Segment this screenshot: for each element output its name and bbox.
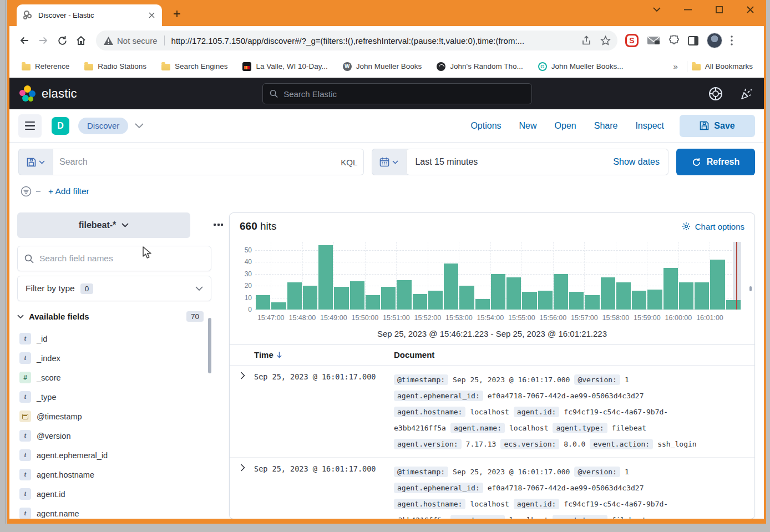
new-tab-button[interactable]: [170, 7, 184, 21]
bookmark-item[interactable]: WJohn Mueller Books: [343, 62, 422, 71]
bookmark-item[interactable]: Radio Stations: [84, 62, 146, 70]
field-name-chip[interactable]: agent.id:: [514, 499, 559, 509]
share-icon[interactable]: [581, 36, 591, 45]
histogram-bar[interactable]: [366, 295, 380, 310]
forward-icon[interactable]: [34, 31, 53, 50]
histogram-bar[interactable]: [287, 282, 302, 310]
query-language-button[interactable]: KQL: [341, 158, 357, 167]
field-name-chip[interactable]: event.action:: [590, 439, 653, 449]
reload-icon[interactable]: [53, 31, 72, 50]
expand-row-button[interactable]: [230, 372, 254, 452]
menu-hamburger-icon[interactable]: [18, 114, 42, 138]
histogram-bar[interactable]: [271, 302, 286, 310]
refresh-button[interactable]: Refresh: [676, 149, 755, 175]
histogram-bar[interactable]: [334, 287, 348, 310]
date-quick-menu-button[interactable]: [372, 149, 406, 175]
show-dates-button[interactable]: Show dates: [613, 157, 660, 167]
ellipsis-icon[interactable]: [214, 224, 223, 226]
close-window-button[interactable]: [744, 3, 756, 16]
all-bookmarks-button[interactable]: All Bookmarks: [692, 62, 753, 70]
histogram-bar[interactable]: [522, 292, 536, 310]
field-item[interactable]: tagent.ephemeral_id: [17, 445, 206, 465]
time-range-value[interactable]: Last 15 minutes: [415, 157, 478, 167]
field-name-chip[interactable]: agent.hostname:: [394, 499, 465, 509]
histogram-bar[interactable]: [318, 245, 333, 310]
maximize-button[interactable]: [713, 3, 725, 16]
field-name-chip[interactable]: @timestamp:: [394, 374, 448, 385]
url-text[interactable]: http://172.105.7.150/app/discover#/?_g=(…: [171, 36, 576, 45]
field-name-chip[interactable]: agent.ephemeral_id:: [394, 391, 483, 401]
query-search-input[interactable]: [59, 157, 336, 167]
home-icon[interactable]: [72, 31, 90, 50]
field-name-chip[interactable]: agent.name:: [450, 423, 505, 433]
filter-icon[interactable]: [21, 186, 32, 197]
nav-link-inspect[interactable]: Inspect: [635, 121, 664, 131]
chart-options-button[interactable]: Chart options: [682, 222, 744, 231]
field-name-chip[interactable]: agent.version:: [394, 439, 462, 449]
histogram-bar[interactable]: [381, 287, 396, 310]
field-name-chip[interactable]: agent.hostname:: [394, 407, 465, 417]
field-name-chip[interactable]: @timestamp:: [394, 467, 448, 477]
not-secure-warning[interactable]: Not secure: [104, 36, 158, 45]
url-bar[interactable]: Not secure http://172.105.7.150/app/disc…: [96, 31, 617, 50]
help-icon[interactable]: [708, 87, 723, 101]
add-filter-button[interactable]: + Add filter: [48, 186, 89, 196]
global-search-input[interactable]: [283, 89, 525, 99]
histogram-bar[interactable]: [585, 295, 599, 310]
field-name-chip[interactable]: agent.ephemeral_id:: [394, 483, 483, 493]
field-item[interactable]: #_score: [17, 368, 206, 387]
field-name-chip[interactable]: agent.type:: [553, 515, 607, 519]
histogram-bar[interactable]: [397, 280, 411, 310]
histogram-bar[interactable]: [506, 277, 521, 310]
field-search-box[interactable]: [17, 246, 211, 271]
field-name-chip[interactable]: @version:: [574, 374, 620, 385]
histogram-bar[interactable]: [695, 282, 709, 310]
nav-link-new[interactable]: New: [519, 121, 537, 131]
histogram-chart[interactable]: 01020304050: [255, 242, 740, 310]
bookmarks-overflow-button[interactable]: »: [668, 62, 682, 71]
histogram-bar[interactable]: [679, 282, 693, 310]
nav-link-options[interactable]: Options: [470, 121, 501, 131]
field-item[interactable]: t_id: [17, 329, 206, 348]
histogram-bar[interactable]: [413, 294, 427, 310]
table-scrollbar[interactable]: [749, 286, 752, 291]
bookmark-item[interactable]: Reference: [22, 62, 69, 70]
field-name-chip[interactable]: ecs.version:: [500, 439, 559, 449]
nav-link-share[interactable]: Share: [594, 121, 618, 131]
histogram-bar[interactable]: [475, 299, 490, 310]
index-pattern-select[interactable]: filebeat-*: [17, 212, 190, 238]
save-button[interactable]: Save: [680, 115, 755, 137]
bookmark-item[interactable]: GJohn Mueller Books...: [538, 62, 624, 71]
field-name-chip[interactable]: @version:: [574, 467, 620, 477]
histogram-bar[interactable]: [491, 274, 505, 310]
bookmark-star-icon[interactable]: [600, 36, 611, 46]
histogram-bar[interactable]: [601, 277, 615, 310]
tab-search-icon[interactable]: [651, 3, 663, 16]
saved-query-menu-button[interactable]: [18, 149, 53, 175]
side-panel-icon[interactable]: [688, 36, 698, 45]
histogram-bar[interactable]: [428, 291, 443, 310]
profile-avatar[interactable]: [707, 33, 722, 48]
field-item[interactable]: t_index: [17, 348, 206, 368]
back-icon[interactable]: [15, 31, 34, 50]
extension-shield-icon[interactable]: S: [625, 34, 639, 47]
histogram-bar[interactable]: [616, 282, 631, 310]
bookmark-item[interactable]: La Valle, WI 10-Day...: [242, 62, 327, 71]
breadcrumb-caret-icon[interactable]: [135, 121, 144, 131]
chrome-menu-icon[interactable]: [731, 36, 733, 45]
global-search-box[interactable]: [262, 83, 532, 104]
field-item[interactable]: tagent.hostname: [17, 465, 206, 484]
expand-row-button[interactable]: [230, 464, 254, 519]
histogram-bar[interactable]: [647, 290, 662, 310]
announcements-icon[interactable]: [739, 87, 754, 101]
histogram-bar[interactable]: [444, 264, 458, 310]
tab-close-icon[interactable]: [146, 11, 156, 21]
histogram-bar[interactable]: [459, 286, 474, 310]
elastic-brand[interactable]: elastic: [19, 85, 77, 102]
field-name-chip[interactable]: agent.type:: [553, 423, 607, 433]
histogram-bar[interactable]: [350, 281, 364, 310]
field-item[interactable]: tagent.name: [17, 504, 206, 519]
field-name-chip[interactable]: agent.id:: [514, 407, 559, 417]
histogram-bar[interactable]: [632, 291, 646, 310]
field-item[interactable]: t_type: [17, 387, 206, 407]
